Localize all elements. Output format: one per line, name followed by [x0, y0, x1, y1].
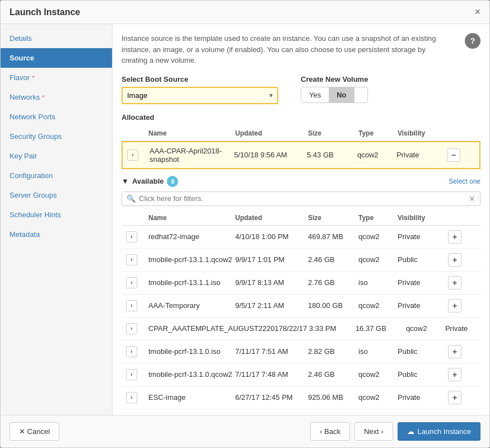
add-button[interactable]: + — [448, 391, 461, 404]
allocated-row: › AAA-CPAR-April2018-snapshot 5/10/18 9:… — [122, 141, 480, 169]
expand-button[interactable]: › — [126, 346, 137, 357]
row-type: iso — [358, 278, 398, 287]
row-size: 2.76 GB — [308, 278, 358, 287]
row-name: AAA-CPAR-April2018-snapshot — [150, 147, 234, 164]
row-updated: 7/11/17 7:48 AM — [235, 370, 308, 379]
col-name: Name — [148, 129, 235, 137]
expand-button[interactable]: › — [127, 150, 138, 161]
launch-icon: ☁ — [407, 427, 414, 436]
col-action — [448, 129, 476, 137]
help-button[interactable]: ? — [465, 33, 480, 49]
row-type: qcow2 — [358, 393, 398, 402]
row-action: − — [447, 148, 475, 162]
expand-button[interactable]: › — [126, 369, 137, 380]
add-button[interactable]: + — [448, 299, 461, 312]
boot-source-group: Select Boot Source Image Snapshot Volume… — [122, 75, 278, 104]
available-row: › tmobile-pcrf-13.1.0.qcow2 7/11/17 7:48… — [122, 363, 480, 386]
sidebar-item-source[interactable]: Source — [1, 48, 112, 68]
sidebar-item-details[interactable]: Details — [1, 29, 112, 48]
add-button[interactable]: + — [448, 230, 461, 244]
row-visibility: Public — [398, 370, 448, 379]
row-type: qcow2 — [358, 255, 398, 264]
col-type: Type — [358, 129, 398, 137]
close-button[interactable]: × — [474, 6, 480, 18]
col-action — [448, 214, 476, 222]
boot-source-select[interactable]: Image Snapshot Volume Volume Snapshot — [122, 87, 278, 104]
sidebar-item-label: Networks — [10, 93, 40, 101]
col-size: Size — [308, 129, 358, 137]
col-visibility: Visibility — [398, 129, 448, 137]
expand-button[interactable]: › — [126, 392, 137, 403]
available-title: Available — [132, 177, 164, 185]
add-button[interactable]: + — [448, 276, 461, 290]
available-label[interactable]: ▼ Available 8 — [122, 176, 178, 187]
search-icon: 🔍 — [127, 194, 136, 203]
add-button[interactable]: + — [448, 368, 461, 381]
row-size: 2.82 GB — [308, 347, 358, 356]
expand-button[interactable]: › — [126, 323, 137, 334]
expand-button[interactable]: › — [126, 231, 137, 242]
main-content: ? Instance source is the template used t… — [113, 24, 489, 415]
form-row: Select Boot Source Image Snapshot Volume… — [122, 75, 480, 104]
sidebar-item-metadata[interactable]: Metadata — [1, 225, 112, 244]
sidebar-item-scheduler-hints[interactable]: Scheduler Hints — [1, 205, 112, 225]
sidebar-item-networks[interactable]: Networks * — [1, 87, 112, 107]
row-visibility: Private — [445, 324, 489, 333]
search-input[interactable] — [139, 194, 469, 203]
launch-instance-button[interactable]: ☁ Launch Instance — [398, 422, 480, 441]
col-expand — [126, 129, 148, 137]
available-row: › ESC-image 6/27/17 12:45 PM 925.06 MB q… — [122, 386, 480, 409]
modal-title: Launch Instance — [10, 7, 80, 17]
sidebar-item-label: Scheduler Hints — [10, 211, 61, 219]
row-updated: 9/9/17 8:13 AM — [235, 278, 308, 287]
row-name: AAA-Temporary — [148, 301, 235, 310]
expand-button[interactable]: › — [126, 254, 137, 265]
cancel-button[interactable]: ✕ Cancel — [10, 422, 59, 441]
required-indicator: * — [42, 94, 44, 101]
row-updated: 7/11/17 7:51 AM — [235, 347, 308, 356]
create-volume-toggle: Yes No — [301, 87, 368, 103]
col-visibility: Visibility — [398, 214, 448, 222]
sidebar-item-flavor[interactable]: Flavor * — [1, 68, 112, 87]
row-updated: 5/10/18 9:56 AM — [234, 151, 307, 159]
row-type: qcow2 — [358, 370, 398, 379]
row-type: qcow2 — [358, 301, 398, 310]
row-name: ESC-image — [148, 393, 235, 402]
row-updated: 6/27/17 12:45 PM — [235, 393, 308, 402]
clear-search-button[interactable]: ✕ — [469, 194, 475, 203]
row-expand: › — [127, 150, 150, 161]
info-text: Instance source is the template used to … — [122, 33, 446, 66]
remove-button[interactable]: − — [447, 148, 460, 162]
allocated-title: Allocated — [122, 113, 480, 122]
sidebar-item-label: Network Ports — [10, 113, 55, 121]
row-updated: 4/10/18 1:00 PM — [235, 232, 308, 241]
col-expand — [126, 214, 148, 222]
sidebar-item-server-groups[interactable]: Server Groups — [1, 185, 112, 205]
back-button[interactable]: ‹ Back — [310, 422, 350, 441]
required-indicator: * — [32, 74, 34, 81]
sidebar-item-label: Configuration — [10, 171, 53, 180]
launch-instance-modal: Launch Instance × Details Source Flavor … — [0, 0, 490, 448]
expand-button[interactable]: › — [126, 300, 137, 311]
col-updated: Updated — [235, 129, 308, 137]
add-button[interactable]: + — [448, 345, 461, 358]
create-volume-yes[interactable]: Yes — [301, 87, 329, 102]
available-section: ▼ Available 8 Select one 🔍 ✕ Name — [122, 176, 480, 409]
create-volume-no[interactable]: No — [329, 87, 354, 102]
available-table-header: Name Updated Size Type Visibility — [122, 211, 480, 226]
add-button[interactable]: + — [448, 253, 461, 267]
col-name: Name — [148, 214, 235, 222]
boot-source-label: Select Boot Source — [122, 75, 278, 83]
expand-button[interactable]: › — [126, 277, 137, 288]
sidebar-item-network-ports[interactable]: Network Ports — [1, 107, 112, 127]
col-type: Type — [358, 214, 398, 222]
row-name: tmobile-pcrf-13.1.0.iso — [148, 347, 235, 356]
row-type: iso — [358, 347, 398, 356]
footer-right: ‹ Back Next › ☁ Launch Instance — [310, 422, 480, 441]
sidebar-item-key-pair[interactable]: Key Pair — [1, 146, 112, 166]
available-row: › tmobile-pcrf-13.1.0.iso 7/11/17 7:51 A… — [122, 340, 480, 363]
select-one-link[interactable]: Select one — [449, 178, 480, 185]
next-button[interactable]: Next › — [354, 422, 393, 441]
sidebar-item-configuration[interactable]: Configuration — [1, 166, 112, 185]
sidebar-item-security-groups[interactable]: Security Groups — [1, 127, 112, 146]
